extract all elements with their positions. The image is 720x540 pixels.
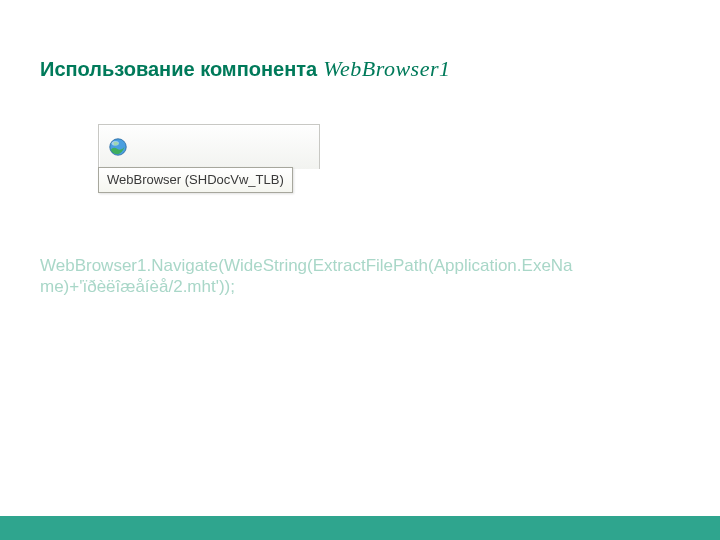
- footer-bar: [0, 516, 720, 540]
- tooltip-text: WebBrowser (SHDocVw_TLB): [107, 172, 284, 187]
- svg-point-1: [112, 141, 119, 146]
- component-tooltip: WebBrowser (SHDocVw_TLB): [98, 167, 293, 193]
- title-script: WebBrowser1: [323, 56, 450, 82]
- slide: Использование компонента WebBrowser1 Web…: [0, 0, 720, 540]
- toolbar-panel: [98, 124, 320, 169]
- title-prefix: Использование компонента: [40, 58, 317, 81]
- slide-title: Использование компонента WebBrowser1: [40, 56, 451, 82]
- globe-icon: [107, 136, 129, 158]
- code-snippet: WebBrowser1.Navigate(WideString(ExtractF…: [40, 255, 580, 298]
- component-screenshot: WebBrowser (SHDocVw_TLB): [98, 124, 320, 193]
